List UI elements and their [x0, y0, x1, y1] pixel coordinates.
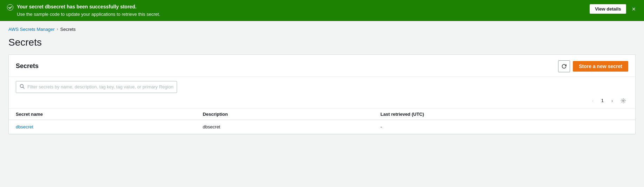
panel-title: Secrets	[16, 62, 39, 70]
secrets-panel: Secrets Store a new secret	[8, 54, 636, 134]
success-banner: Your secret dbsecret has been successful…	[0, 0, 644, 21]
breadcrumb-current: Secrets	[60, 27, 76, 32]
table-settings-button[interactable]	[618, 96, 628, 106]
secrets-table: Secret name Description Last retrieved (…	[9, 108, 635, 134]
close-banner-button[interactable]: ×	[630, 5, 637, 13]
search-icon	[20, 84, 25, 90]
pagination-prev-button[interactable]: ‹	[588, 96, 598, 106]
page-body: AWS Secrets Manager › Secrets Secrets Se…	[0, 21, 644, 140]
page-title: Secrets	[8, 37, 636, 48]
success-banner-content: Your secret dbsecret has been successful…	[7, 4, 160, 18]
success-subtitle: Use the sample code to update your appli…	[17, 11, 160, 18]
cell-last-retrieved: -	[373, 120, 635, 134]
gear-icon	[621, 98, 626, 103]
banner-actions: View details ×	[590, 4, 637, 14]
col-secret-name: Secret name	[9, 108, 196, 120]
view-details-button[interactable]: View details	[590, 4, 626, 14]
panel-actions: Store a new secret	[558, 60, 628, 72]
cell-secret-name: dbsecret	[9, 120, 196, 134]
search-input-wrap	[16, 81, 177, 93]
chevron-right-icon: ›	[611, 98, 613, 103]
pagination-row: ‹ 1 ›	[9, 93, 635, 108]
svg-line-2	[23, 87, 25, 89]
refresh-icon	[561, 64, 567, 69]
table-body: dbsecret dbsecret -	[9, 120, 635, 134]
secret-name-link[interactable]: dbsecret	[16, 124, 33, 129]
pagination-next-button[interactable]: ›	[607, 96, 617, 106]
refresh-button[interactable]	[558, 60, 570, 72]
table-header-row: Secret name Description Last retrieved (…	[9, 108, 635, 120]
table-row: dbsecret dbsecret -	[9, 120, 635, 134]
search-container	[9, 77, 635, 93]
panel-header: Secrets Store a new secret	[9, 55, 635, 77]
success-text: Your secret dbsecret has been successful…	[17, 4, 160, 18]
search-input[interactable]	[27, 84, 173, 89]
page-number: 1	[599, 98, 606, 103]
cell-description: dbsecret	[196, 120, 373, 134]
col-description: Description	[196, 108, 373, 120]
breadcrumb-separator: ›	[57, 27, 58, 32]
store-new-secret-button[interactable]: Store a new secret	[573, 61, 628, 72]
svg-point-0	[7, 5, 13, 11]
breadcrumb: AWS Secrets Manager › Secrets	[8, 27, 636, 32]
success-icon	[7, 4, 13, 12]
breadcrumb-parent-link[interactable]: AWS Secrets Manager	[8, 27, 55, 32]
svg-point-3	[623, 100, 624, 101]
success-title: Your secret dbsecret has been successful…	[17, 4, 160, 11]
chevron-left-icon: ‹	[592, 98, 594, 103]
col-last-retrieved: Last retrieved (UTC)	[373, 108, 635, 120]
